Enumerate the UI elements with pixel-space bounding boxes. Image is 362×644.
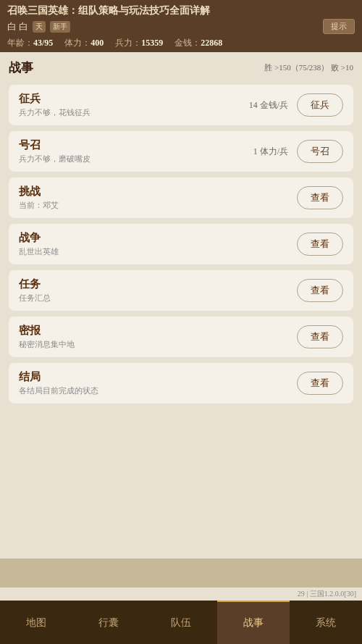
- action-button[interactable]: 征兵: [297, 93, 343, 117]
- hp-stat: 体力：400: [64, 37, 104, 49]
- action-desc: 当前：邓艾: [19, 200, 297, 211]
- gold-label: 金钱：: [174, 38, 201, 48]
- troops-label: 兵力：: [115, 38, 141, 48]
- tag-heaven: 天: [33, 21, 46, 33]
- action-row: 号召兵力不够，磨破嘴皮1 体力/兵号召: [9, 131, 353, 172]
- action-button[interactable]: 查看: [297, 279, 343, 302]
- action-info: 战争乱世出英雄: [19, 231, 297, 257]
- nav-item-战事[interactable]: 战事: [217, 601, 290, 644]
- action-button[interactable]: 查看: [297, 233, 343, 256]
- action-button[interactable]: 查看: [297, 186, 343, 209]
- action-cost: 14 金钱/兵: [249, 99, 288, 112]
- section-header: 战事 胜 >150（75/238） 败 >10: [9, 59, 353, 76]
- gold-value: 22868: [201, 38, 222, 48]
- gold-stat: 金钱：22868: [174, 37, 222, 49]
- hp-label: 体力：: [64, 38, 90, 48]
- action-cost: 1 体力/兵: [253, 146, 288, 158]
- nav-item-队伍[interactable]: 队伍: [145, 601, 217, 644]
- age-value: 43/95: [33, 38, 53, 48]
- section-title: 战事: [9, 59, 33, 76]
- action-row: 战争乱世出英雄查看: [9, 224, 353, 264]
- action-desc: 任务汇总: [19, 293, 297, 304]
- hp-value: 400: [90, 38, 104, 48]
- action-row: 挑战当前：邓艾查看: [9, 177, 353, 218]
- action-info: 任务任务汇总: [19, 277, 297, 304]
- action-row: 征兵兵力不够，花钱征兵14 金钱/兵征兵: [9, 85, 353, 125]
- action-info: 结局各结局目前完成的状态: [19, 370, 297, 396]
- action-desc: 乱世出英雄: [19, 246, 297, 257]
- action-button[interactable]: 查看: [297, 372, 343, 395]
- action-row: 任务任务汇总查看: [9, 270, 353, 311]
- player-name: 白 白: [7, 20, 28, 33]
- actions-container: 征兵兵力不够，花钱征兵14 金钱/兵征兵号召兵力不够，磨破嘴皮1 体力/兵号召挑…: [9, 85, 353, 403]
- action-name: 战争: [19, 231, 297, 245]
- action-button[interactable]: 号召: [297, 140, 343, 163]
- hint-button[interactable]: 提示: [323, 19, 355, 34]
- bottom-nav: 地图行囊队伍战事系统: [0, 601, 362, 644]
- stats-row: 年龄：43/95 体力：400 兵力：15359 金钱：22868: [7, 37, 355, 49]
- action-name: 密报: [19, 324, 297, 338]
- nav-item-行囊[interactable]: 行囊: [72, 601, 145, 644]
- action-info: 密报秘密消息集中地: [19, 324, 297, 350]
- action-row: 密报秘密消息集中地查看: [9, 317, 353, 357]
- tag-newbie: 新手: [50, 21, 70, 33]
- status-bar: 29 | 三国1.2.0.0[30]: [0, 587, 362, 601]
- nav-item-地图[interactable]: 地图: [0, 601, 72, 644]
- action-name: 挑战: [19, 185, 297, 198]
- page-title: 召唤三国英雄：组队策略与玩法技巧全面详解: [7, 4, 355, 17]
- action-info: 征兵兵力不够，花钱征兵: [19, 92, 249, 118]
- age-label: 年龄：: [7, 38, 33, 48]
- section-stats: 胜 >150（75/238） 败 >10: [264, 62, 353, 73]
- action-row: 结局各结局目前完成的状态查看: [9, 363, 353, 403]
- subtitle-row: 白 白 天 新手 提示: [7, 19, 355, 34]
- status-text: 29 | 三国1.2.0.0[30]: [298, 590, 356, 598]
- action-desc: 秘密消息集中地: [19, 339, 297, 350]
- action-desc: 各结局目前完成的状态: [19, 385, 297, 396]
- nav-item-系统[interactable]: 系统: [290, 601, 362, 644]
- main-content: 战事 胜 >150（75/238） 败 >10 征兵兵力不够，花钱征兵14 金钱…: [0, 52, 362, 559]
- action-button[interactable]: 查看: [297, 325, 343, 348]
- header: 召唤三国英雄：组队策略与玩法技巧全面详解 白 白 天 新手 提示 年龄：43/9…: [0, 0, 362, 52]
- troops-stat: 兵力：15359: [115, 37, 163, 49]
- action-name: 结局: [19, 370, 297, 384]
- action-desc: 兵力不够，花钱征兵: [19, 107, 249, 118]
- action-info: 挑战当前：邓艾: [19, 185, 297, 211]
- age-stat: 年龄：43/95: [7, 37, 53, 49]
- action-desc: 兵力不够，磨破嘴皮: [19, 154, 253, 164]
- action-name: 任务: [19, 277, 297, 291]
- action-name: 号召: [19, 138, 253, 152]
- action-info: 号召兵力不够，磨破嘴皮: [19, 138, 253, 164]
- troops-value: 15359: [141, 38, 163, 48]
- action-name: 征兵: [19, 92, 249, 106]
